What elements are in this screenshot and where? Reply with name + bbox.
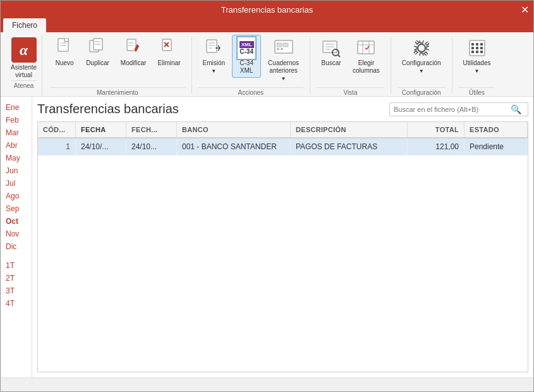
cuadernos-label: Cuadernosanteriores (268, 59, 299, 75)
td-fecha: 24/10/... (76, 138, 126, 155)
month-quarter-separator (1, 254, 32, 259)
col-estado: ESTADO (464, 122, 528, 137)
acciones-label: Acciones (198, 87, 304, 96)
duplicar-button[interactable]: Duplicar (82, 35, 114, 70)
cuadernos-icon (274, 38, 294, 58)
divider-2 (310, 37, 310, 94)
status-bar (1, 377, 533, 391)
configuracion-button[interactable]: Configuración ▼ (397, 35, 446, 77)
emision-icon (203, 38, 224, 58)
svg-rect-21 (283, 43, 288, 47)
td-codigo: 1 (38, 138, 76, 155)
utilidades-button[interactable]: Utilidades ▼ (459, 35, 495, 77)
sidebar-item-may[interactable]: May (1, 152, 32, 164)
svg-rect-39 (476, 47, 478, 49)
page-title: Transferencias bancarias (37, 102, 179, 116)
sidebar-item-ago[interactable]: Ago (1, 190, 32, 202)
table-row[interactable]: 1 24/10/... 24/10... 001 - BANCO SANTAND… (38, 138, 528, 156)
svg-line-29 (338, 55, 340, 57)
svg-rect-37 (480, 43, 483, 46)
sidebar-item-dic[interactable]: Dic (1, 241, 32, 252)
divider-4 (452, 37, 452, 94)
svg-rect-42 (476, 51, 478, 53)
buscar-icon (321, 38, 341, 58)
td-estado: Pendiente (464, 138, 528, 155)
svg-rect-22 (277, 48, 279, 50)
eliminar-label: Eliminar (157, 59, 180, 67)
divider-1 (191, 37, 192, 94)
eliminar-button[interactable]: Eliminar (153, 35, 185, 70)
buscar-button[interactable]: Buscar (317, 35, 346, 70)
ribbon-section-vista: Buscar Elegircolumnas Vista (314, 35, 387, 96)
vista-label: Vista (317, 87, 384, 96)
col-fecha: FECHA (76, 122, 126, 137)
duplicar-label: Duplicar (86, 59, 109, 67)
table-body: 1 24/10/... 24/10... 001 - BANCO SANTAND… (38, 138, 528, 156)
content-area: Transferencias bancarias 🔍 CÓD... FECHA … (32, 97, 533, 377)
sidebar-item-2t[interactable]: 2T (1, 273, 32, 284)
svg-rect-23 (281, 48, 283, 50)
sidebar-item-jul[interactable]: Jul (1, 178, 32, 189)
data-table: CÓD... FECHA FECH... BANCO DESCRIPCIÓN T… (37, 121, 528, 372)
svg-rect-30 (358, 41, 374, 54)
sidebar-item-ene[interactable]: Ene (1, 102, 32, 113)
svg-rect-36 (476, 43, 478, 46)
elegir-columnas-label: Elegircolumnas (353, 59, 380, 75)
month-sidebar: Ene Feb Mar Abr May Jun Jul Ago Sep Oct … (1, 97, 32, 377)
asistente-virtual-button[interactable]: α Asistentevirtual Atenea (6, 35, 42, 96)
td-banco: 001 - BANCO SANTANDER (177, 138, 291, 155)
sidebar-item-3t[interactable]: 3T (1, 285, 32, 297)
col-total: TOTAL (408, 122, 464, 137)
col-codigo: CÓD... (38, 122, 76, 137)
svg-rect-41 (471, 51, 474, 53)
utilidades-label: Utilidades (463, 59, 491, 67)
emision-button[interactable]: Emisión ▼ (198, 35, 230, 77)
main-window: Transferencias bancarias ✕ Fichero α Asi… (0, 0, 534, 392)
atenea-label: Atenea (11, 80, 37, 89)
svg-rect-38 (471, 47, 474, 49)
modificar-label: Modificar (121, 59, 147, 67)
sidebar-item-4t[interactable]: 4T (1, 298, 32, 309)
alpha-icon: α (11, 37, 37, 63)
sidebar-item-jun[interactable]: Jun (1, 165, 32, 176)
nuevo-button[interactable]: Nuevo (50, 35, 79, 70)
buscar-label: Buscar (321, 59, 341, 67)
sidebar-item-1t[interactable]: 1T (1, 260, 32, 271)
content-header: Transferencias bancarias 🔍 (37, 102, 528, 116)
c34-button[interactable]: XML C-34 C-34XML (232, 35, 261, 78)
divider-3 (391, 37, 391, 94)
sidebar-item-nov[interactable]: Nov (1, 228, 32, 240)
search-input[interactable] (394, 106, 511, 113)
modificar-button[interactable]: Modificar (116, 35, 151, 70)
sidebar-item-mar[interactable]: Mar (1, 127, 32, 138)
sidebar-item-sep[interactable]: Sep (1, 203, 32, 214)
svg-rect-40 (480, 47, 483, 49)
sidebar-item-abr[interactable]: Abr (1, 140, 32, 151)
td-fecha2: 24/10... (126, 138, 177, 155)
tab-fichero[interactable]: Fichero (3, 18, 46, 32)
col-banco: BANCO (177, 122, 291, 137)
td-descripcion: PAGOS DE FACTURAS (291, 138, 408, 155)
configuracion-icon (411, 38, 432, 58)
table-header: CÓD... FECHA FECH... BANCO DESCRIPCIÓN T… (38, 122, 528, 138)
utilidades-icon (467, 38, 487, 58)
mantenimiento-label: Mantenimiento (50, 87, 185, 96)
close-button[interactable]: ✕ (516, 1, 533, 18)
ribbon-section-acciones: Emisión ▼ XML C-34 C-34XML (196, 35, 306, 96)
nuevo-label: Nuevo (56, 59, 74, 67)
ribbon: α Asistentevirtual Atenea Nuevo Duplicar (1, 32, 533, 97)
utiles-label: Útiles (459, 87, 495, 96)
c34-icon: XML C-34 (236, 38, 257, 58)
asistente-label: Asistentevirtual (11, 64, 37, 79)
svg-rect-43 (480, 51, 483, 53)
search-icon[interactable]: 🔍 (511, 104, 521, 114)
cuadernos-button[interactable]: Cuadernosanteriores ▼ (264, 35, 303, 85)
main-area: Ene Feb Mar Abr May Jun Jul Ago Sep Oct … (1, 97, 533, 377)
col-descripcion: DESCRIPCIÓN (291, 122, 408, 137)
elegir-columnas-button[interactable]: Elegircolumnas (348, 35, 384, 78)
sidebar-item-oct[interactable]: Oct (1, 216, 32, 227)
ribbon-section-configuracion: Configuración ▼ Configuración (395, 35, 448, 96)
svg-rect-35 (471, 43, 474, 46)
sidebar-item-feb[interactable]: Feb (1, 114, 32, 126)
emision-label: Emisión (203, 59, 226, 67)
